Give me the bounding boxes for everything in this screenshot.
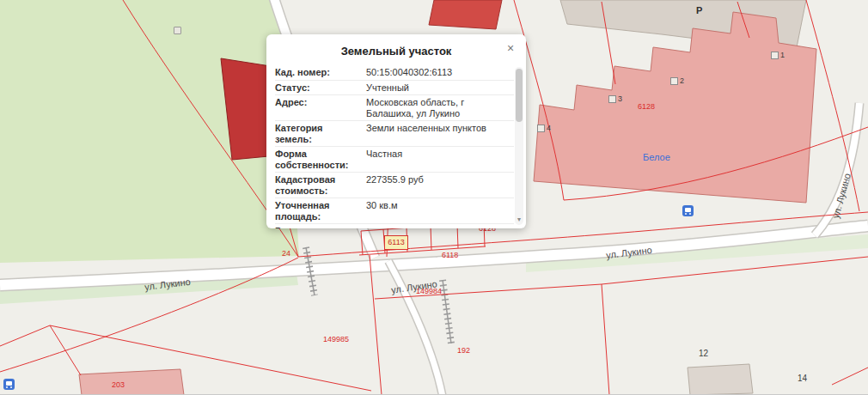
row-value: Московская область, г Балашиха, ул Лукин… [361,97,514,118]
row-value: Земли населенных пунктов [361,123,514,144]
info-row-area: Уточненная площадь: 30 кв.м [275,198,514,223]
building-marker-3: 3 [608,94,622,103]
poi-icon [174,27,181,34]
info-row-address: Адрес: Московская область, г Балашиха, у… [275,94,514,120]
row-label: Адрес: [275,97,361,118]
building-marker-1: 1 [771,51,785,59]
scroll-down-icon[interactable]: ▾ [515,215,523,225]
building-marker-icon [670,77,678,85]
building-marker-number: 2 [680,76,684,85]
close-icon[interactable]: × [504,41,517,55]
bus-stop-icon [682,205,694,216]
cadastral-map-app: ул. Лукино ул. Лукино ул. Лукино ул. Лук… [0,0,868,395]
info-row-status: Статус: Учтенный [275,80,514,95]
building-marker-icon [771,52,779,59]
row-label: Кадастровая стоимость: [275,174,361,196]
building-gray-bottom-right [688,364,753,395]
row-value: Учтенный [361,82,514,94]
row-label: Уточненная площадь: [275,200,361,222]
parcel-info-popup: Земельный участок × Кад. номер: 50:15:00… [266,34,526,228]
building-marker-number: 3 [618,94,622,103]
row-label: Категория земель: [275,123,361,144]
row-value: для жилищного строительства [361,226,514,228]
building-marker-4: 4 [537,124,551,132]
bus-stop-icon [3,379,15,390]
info-row-land-category: Категория земель: Земли населенных пункт… [275,120,514,146]
popup-body: Кад. номер: 50:15:0040302:6113 Статус: У… [266,65,514,228]
row-value: Частная [361,149,514,170]
row-value: 227355.9 руб [361,174,514,196]
selected-parcel-6113[interactable]: 6113 [384,235,408,250]
row-label: Кад. номер: [275,67,361,78]
building-marker-icon [537,125,545,132]
info-row-cadastral-value: Кадастровая стоимость: 227355.9 руб [275,172,514,198]
building-red-top [429,0,502,29]
popup-scrollbar[interactable]: ▾ [515,67,523,225]
row-value: 30 кв.м [361,200,514,222]
building-marker-icon [608,95,616,103]
row-label: Форма собственности: [275,149,361,170]
popup-title: Земельный участок [266,34,526,64]
info-row-permitted-use: Разрешенное для жилищного строительства [275,223,514,228]
row-label: Разрешенное [275,226,361,228]
building-marker-number: 1 [780,51,785,59]
info-row-cad-number: Кад. номер: 50:15:0040302:6113 [275,65,514,80]
row-label: Статус: [275,82,361,94]
info-row-ownership: Форма собственности: Частная [275,146,514,172]
row-value: 50:15:0040302:6113 [361,67,514,78]
building-marker-number: 4 [547,124,551,132]
scrollbar-thumb[interactable] [516,69,523,122]
building-marker-2: 2 [670,76,684,85]
